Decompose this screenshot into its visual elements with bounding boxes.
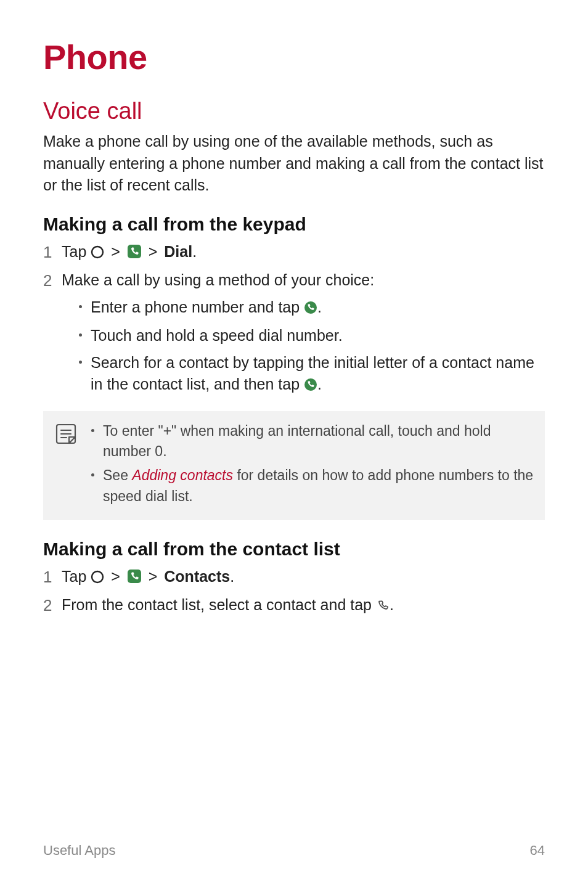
step-number: 1 bbox=[43, 566, 62, 588]
svg-point-0 bbox=[92, 247, 103, 258]
subheading-keypad: Making a call from the keypad bbox=[43, 214, 545, 235]
contact-list-steps: 1 Tap > > Contacts. 2 From the contact l… bbox=[43, 566, 545, 618]
text: Search for a contact by tapping the init… bbox=[91, 352, 545, 398]
list-item: Touch and hold a speed dial number. bbox=[79, 325, 545, 347]
list-item: 1 Tap > > Dial. bbox=[43, 241, 545, 265]
text: Make a call by using a method of your ch… bbox=[62, 271, 374, 288]
page-title: Phone bbox=[43, 37, 545, 77]
list-item: Search for a contact by tapping the init… bbox=[79, 352, 545, 398]
bullet-icon bbox=[79, 333, 82, 337]
list-item: 2 From the contact list, select a contac… bbox=[43, 594, 545, 618]
bullet-icon bbox=[91, 429, 94, 432]
footer-page-number: 64 bbox=[530, 843, 545, 859]
separator-icon: > bbox=[111, 241, 120, 263]
bullet-icon bbox=[79, 305, 82, 308]
bullet-icon bbox=[79, 361, 82, 364]
dial-label: Dial bbox=[164, 243, 192, 260]
text: . bbox=[317, 375, 322, 393]
home-circle-icon bbox=[91, 243, 104, 265]
note-icon-column bbox=[54, 421, 91, 448]
section-heading-voice-call: Voice call bbox=[43, 98, 545, 125]
call-round-icon bbox=[304, 298, 317, 321]
voice-call-intro: Make a phone call by using one of the av… bbox=[43, 131, 545, 197]
page-footer: Useful Apps 64 bbox=[43, 843, 545, 859]
list-item: See Adding contacts for details on how t… bbox=[91, 465, 535, 507]
step-number: 1 bbox=[43, 241, 62, 263]
text: Touch and hold a speed dial number. bbox=[91, 325, 545, 347]
text: To enter "+" when making an internationa… bbox=[103, 421, 535, 462]
phone-app-icon bbox=[127, 243, 142, 265]
list-item: Enter a phone number and tap . bbox=[79, 296, 545, 321]
text: . bbox=[390, 596, 394, 613]
step-number: 2 bbox=[43, 594, 62, 616]
footer-section: Useful Apps bbox=[43, 843, 115, 859]
step-body: Tap > > Contacts. bbox=[62, 566, 545, 590]
separator-icon: > bbox=[149, 566, 158, 588]
text: From the contact list, select a contact … bbox=[62, 596, 376, 613]
separator-icon: > bbox=[111, 566, 120, 588]
list-item: To enter "+" when making an internationa… bbox=[91, 421, 535, 462]
text: . bbox=[317, 298, 322, 316]
step-body: Tap > > Dial. bbox=[62, 241, 545, 265]
adding-contacts-link[interactable]: Adding contacts bbox=[132, 467, 233, 483]
step-body: Make a call by using a method of your ch… bbox=[62, 269, 545, 402]
step-body: From the contact list, select a contact … bbox=[62, 594, 545, 618]
text: Enter a phone number and tap . bbox=[91, 296, 545, 321]
note-list: To enter "+" when making an internationa… bbox=[91, 421, 535, 510]
keypad-steps: 1 Tap > > Dial. 2 Make a call by using a… bbox=[43, 241, 545, 402]
bullet-icon bbox=[91, 473, 94, 476]
text: Tap bbox=[62, 568, 91, 585]
contacts-label: Contacts bbox=[164, 568, 230, 585]
svg-point-8 bbox=[92, 571, 103, 582]
text: Tap bbox=[62, 243, 91, 260]
call-round-icon bbox=[304, 375, 317, 398]
text: See Adding contacts for details on how t… bbox=[103, 465, 535, 507]
phone-app-icon bbox=[127, 568, 142, 590]
text: . bbox=[192, 243, 197, 260]
note-box: To enter "+" when making an internationa… bbox=[43, 411, 545, 520]
call-outline-icon bbox=[376, 596, 390, 618]
svg-rect-9 bbox=[128, 570, 141, 583]
page: Phone Voice call Make a phone call by us… bbox=[0, 0, 588, 882]
text: . bbox=[230, 568, 234, 585]
text: Enter a phone number and tap bbox=[91, 298, 304, 316]
list-item: 1 Tap > > Contacts. bbox=[43, 566, 545, 590]
note-icon bbox=[54, 422, 78, 448]
svg-rect-1 bbox=[128, 245, 141, 258]
home-circle-icon bbox=[91, 568, 104, 590]
subheading-contact-list: Making a call from the contact list bbox=[43, 539, 545, 560]
text: See bbox=[103, 467, 132, 483]
step-number: 2 bbox=[43, 269, 62, 292]
list-item: 2 Make a call by using a method of your … bbox=[43, 269, 545, 402]
separator-icon: > bbox=[149, 241, 158, 263]
bullet-list: Enter a phone number and tap . Touch and… bbox=[62, 296, 545, 398]
